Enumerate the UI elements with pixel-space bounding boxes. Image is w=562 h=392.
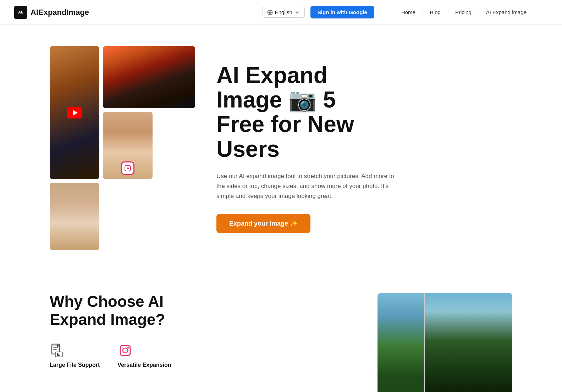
feature-versatile: Versatile Expansion xyxy=(117,343,171,368)
chevron-down-icon xyxy=(294,10,300,15)
large-file-icon xyxy=(50,343,65,358)
globe-icon xyxy=(267,10,273,15)
language-selector[interactable]: English xyxy=(263,7,305,18)
feature-large-file: Large File Support xyxy=(50,343,100,368)
feature-large-file-label: Large File Support xyxy=(50,362,100,368)
why-left-column: Why Choose AIExpand Image? xyxy=(50,293,349,392)
image-hand-left xyxy=(103,112,153,179)
svg-rect-5 xyxy=(53,349,57,350)
hero-image-collage xyxy=(50,46,195,250)
why-section: Why Choose AIExpand Image? xyxy=(0,271,562,392)
instagram-icon-collage[interactable] xyxy=(121,161,134,175)
forest-preview-image xyxy=(378,293,512,392)
svg-point-9 xyxy=(123,348,128,353)
svg-point-10 xyxy=(127,347,129,349)
nav-pricing[interactable]: Pricing xyxy=(448,9,479,15)
why-title: Why Choose AIExpand Image? xyxy=(50,293,349,328)
hero-text-block: AI ExpandImage 📷 5Free for NewUsers Use … xyxy=(216,63,401,233)
hero-section: AI ExpandImage 📷 5Free for NewUsers Use … xyxy=(0,25,562,271)
svg-rect-4 xyxy=(53,347,58,348)
hero-description: Use our AI expand image tool to stretch … xyxy=(216,171,401,201)
svg-rect-8 xyxy=(120,346,130,355)
image-hand-right xyxy=(50,183,99,250)
expand-image-button[interactable]: Expand your Image ✨ xyxy=(216,214,310,233)
logo-icon: AIE xyxy=(14,6,27,19)
nav-links: Home Blog Pricing AI Expand image xyxy=(380,0,548,25)
feature-versatile-label: Versatile Expansion xyxy=(117,362,171,368)
hero-title: AI ExpandImage 📷 5Free for NewUsers xyxy=(216,63,401,161)
signin-google-button[interactable]: Sign in with Google xyxy=(310,6,374,18)
why-right-column xyxy=(378,293,512,392)
lang-label: English xyxy=(275,9,292,15)
nav-home[interactable]: Home xyxy=(394,9,423,15)
nav-ai-expand[interactable]: AI Expand image xyxy=(479,9,534,15)
navbar: AIE AIExpandImage English Sign in with G… xyxy=(0,0,562,25)
features-row: Large File Support Versatile Expansion xyxy=(50,343,349,368)
versatile-expansion-icon xyxy=(117,343,133,358)
nav-blog[interactable]: Blog xyxy=(423,9,448,15)
logo-text: AIExpandImage xyxy=(31,8,89,17)
logo-link[interactable]: AIE AIExpandImage xyxy=(14,6,89,19)
image-woman-small xyxy=(50,46,99,179)
forest-overlay-left xyxy=(378,293,425,392)
image-woman-large xyxy=(103,46,195,108)
youtube-play-button[interactable] xyxy=(67,107,82,118)
